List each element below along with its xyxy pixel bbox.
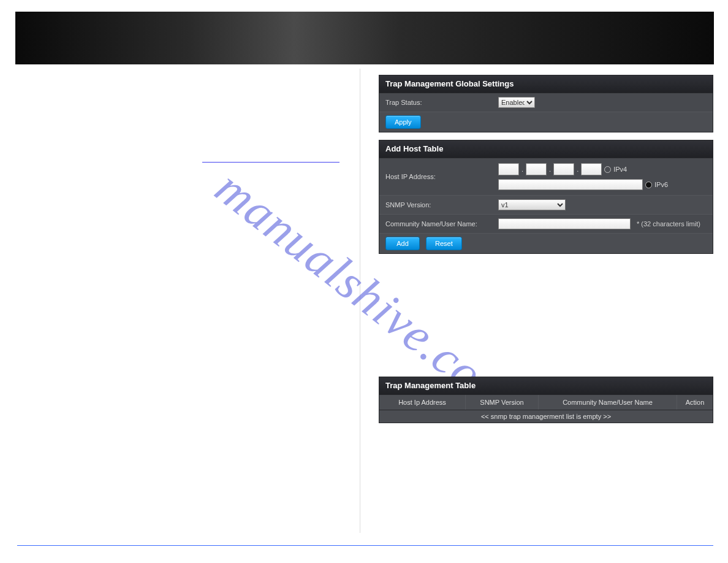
col-action: Action (677, 395, 713, 410)
panel-title-table: Trap Management Table (379, 377, 713, 395)
reset-button[interactable]: Reset (426, 237, 462, 250)
input-community-name[interactable] (498, 218, 631, 229)
ipv6-line: IPv6 (498, 179, 668, 190)
link-underline (202, 162, 339, 163)
panel-trap-global: Trap Management Global Settings Trap Sta… (379, 75, 713, 132)
radio-ipv6[interactable]: IPv6 (645, 181, 668, 188)
add-button[interactable]: Add (385, 237, 420, 250)
table-empty-message: << snmp trap managerment list is empty >… (379, 410, 713, 423)
panel-title-addhost: Add Host Table (379, 140, 713, 158)
panel-add-host: Add Host Table Host IP Address: . . . IP… (379, 140, 713, 254)
bottom-rule (17, 545, 713, 546)
table-header: Host Ip Address SNMP Version Community N… (379, 395, 713, 410)
actions-global: Apply (379, 112, 713, 132)
text-char-limit: * (32 characters limit) (633, 220, 700, 228)
label-snmp-version: SNMP Version: (379, 201, 498, 209)
radio-dot-ipv6 (645, 182, 652, 188)
panel-trap-table: Trap Management Table Host Ip Address SN… (379, 377, 713, 423)
top-banner (15, 12, 714, 64)
dot-3: . (577, 166, 578, 173)
col-snmp-version: SNMP Version (465, 395, 538, 410)
panel-title-global: Trap Management Global Settings (379, 75, 713, 93)
ipv4-octet-3[interactable] (553, 163, 574, 175)
label-host-ip: Host IP Address: (379, 173, 498, 180)
radio-ipv4[interactable]: IPv4 (604, 166, 627, 173)
radio-dot-ipv4 (604, 166, 611, 173)
label-community-name: Community Name/User Name: (379, 220, 498, 228)
ipv4-octet-2[interactable] (526, 163, 547, 175)
label-ipv6: IPv6 (654, 181, 668, 188)
row-host-ip: Host IP Address: . . . IPv4 (379, 158, 713, 196)
vertical-divider (360, 69, 360, 533)
col-community: Community Name/User Name (538, 395, 677, 410)
ipv6-input[interactable] (498, 179, 643, 190)
label-ipv4: IPv4 (613, 166, 627, 173)
ipv4-line: . . . IPv4 (498, 163, 668, 175)
row-snmp-version: SNMP Version: v1 (379, 196, 713, 215)
select-snmp-version[interactable]: v1 (498, 199, 566, 210)
label-trap-status: Trap Status: (379, 99, 498, 106)
row-community-name: Community Name/User Name: * (32 characte… (379, 215, 713, 234)
dot-1: . (521, 166, 523, 173)
ipv4-octet-4[interactable] (581, 163, 602, 175)
dot-2: . (549, 166, 551, 173)
select-trap-status[interactable]: Enabled (498, 97, 535, 108)
row-trap-status: Trap Status: Enabled (379, 93, 713, 112)
actions-addhost: Add Reset (379, 234, 713, 253)
apply-button[interactable]: Apply (385, 115, 421, 129)
ipv4-octet-1[interactable] (498, 163, 519, 175)
col-host-ip: Host Ip Address (379, 395, 465, 410)
